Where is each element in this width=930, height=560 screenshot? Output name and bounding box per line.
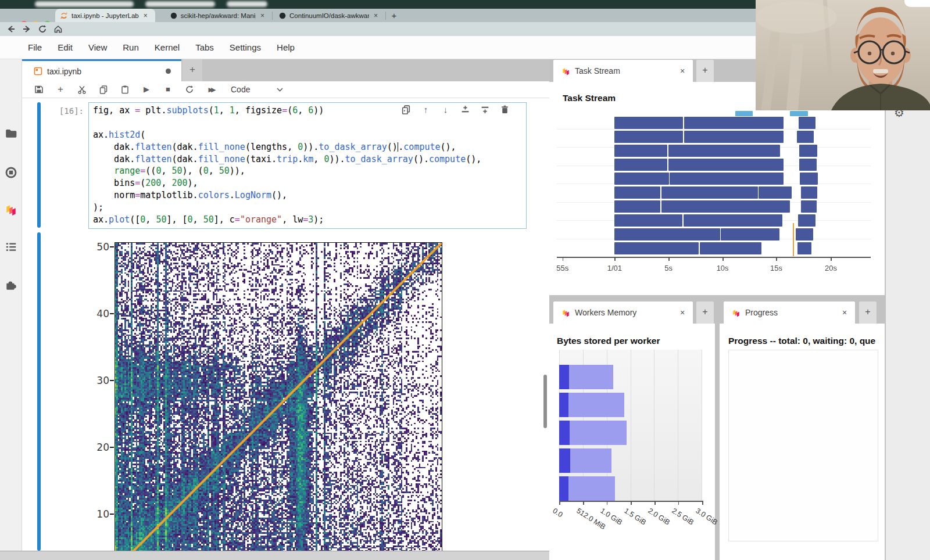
menu-run[interactable]: Run xyxy=(123,42,139,52)
task-bar xyxy=(614,200,660,213)
axis-tick xyxy=(583,501,584,505)
close-icon[interactable]: × xyxy=(842,308,847,317)
cut-icon[interactable] xyxy=(77,85,87,94)
plot-ytick-mark xyxy=(110,447,114,448)
forward-icon[interactable] xyxy=(22,24,31,34)
memory-bar xyxy=(559,393,624,417)
task-stream-marker xyxy=(793,223,794,256)
notebook-tab-taxi[interactable]: taxi.ipynb xyxy=(22,59,181,81)
insert-cell-above-icon[interactable] xyxy=(460,105,470,114)
code-line: bins=(200, 200), xyxy=(93,178,481,190)
task-bar xyxy=(668,145,781,157)
move-cell-down-icon[interactable]: ↓ xyxy=(441,105,450,114)
menu-help[interactable]: Help xyxy=(277,42,295,52)
close-icon[interactable]: × xyxy=(680,308,685,317)
axis-tick xyxy=(831,257,832,261)
hist2d-canvas xyxy=(115,243,442,551)
close-icon[interactable]: × xyxy=(260,12,264,20)
reload-icon[interactable] xyxy=(38,24,47,34)
running-kernels-icon[interactable] xyxy=(5,166,17,179)
cell-toolbar: ↑ ↓ xyxy=(401,105,510,114)
tab-title: scikit-hep/awkward: Manipulat xyxy=(181,12,256,19)
plot-ytick-mark xyxy=(110,313,114,314)
restart-kernel-icon[interactable] xyxy=(185,85,194,94)
cell-type-value: Code xyxy=(231,85,250,94)
notebook-toolbar: + ▶ ■ ▶▶ Code xyxy=(22,81,549,98)
back-icon[interactable] xyxy=(6,24,16,34)
task-bar xyxy=(798,214,815,227)
copy-icon[interactable] xyxy=(99,85,108,94)
blurred-title-text xyxy=(145,1,215,7)
browser-tab-jupyterlab[interactable]: taxi.ipynb - JupyterLab × xyxy=(55,9,155,22)
file-browser-icon[interactable] xyxy=(5,127,17,139)
browser-tab-dask-awkward[interactable]: ContinuumIO/dask-awkward: N × xyxy=(274,9,382,22)
task-bar xyxy=(661,186,758,199)
cell-type-dropdown[interactable]: Code xyxy=(231,85,283,94)
home-icon[interactable] xyxy=(53,24,63,34)
axis-tick xyxy=(668,257,670,261)
task-stream-tab[interactable]: Task Stream × xyxy=(553,60,693,82)
workers-memory-tab[interactable]: Workers Memory × xyxy=(553,301,693,324)
task-bar xyxy=(614,214,682,227)
close-icon[interactable]: × xyxy=(680,66,685,76)
extension-manager-icon[interactable] xyxy=(5,279,17,292)
menu-kernel[interactable]: Kernel xyxy=(155,42,180,52)
task-bar xyxy=(614,117,683,129)
save-icon[interactable] xyxy=(34,85,44,94)
menu-view[interactable]: View xyxy=(88,42,107,52)
close-icon[interactable]: × xyxy=(144,12,148,20)
menu-settings[interactable]: Settings xyxy=(230,42,261,52)
plot-ytick-label: 40 xyxy=(81,308,109,320)
duplicate-cell-icon[interactable] xyxy=(401,105,411,114)
add-panel-button[interactable]: + xyxy=(696,301,714,324)
task-bar xyxy=(799,159,817,171)
right-gutter xyxy=(886,59,930,560)
memory-bar-managed xyxy=(559,393,568,417)
notebook-scrollbar[interactable] xyxy=(543,375,547,428)
fast-forward-icon[interactable]: ▶▶ xyxy=(206,85,216,94)
plot-right-spine xyxy=(442,242,442,551)
new-tab-button[interactable]: + xyxy=(388,10,400,21)
menu-file[interactable]: File xyxy=(28,42,42,52)
table-of-contents-icon[interactable] xyxy=(5,240,17,253)
axis-tick-label: 15s xyxy=(770,264,782,272)
plot-ytick-label: 50 xyxy=(81,241,109,253)
axis-tick xyxy=(776,257,777,261)
browser-tab-awkward[interactable]: scikit-hep/awkward: Manipulat × xyxy=(166,9,269,22)
screen: taxi.ipynb - JupyterLab × scikit-hep/awk… xyxy=(0,0,930,560)
paste-icon[interactable] xyxy=(120,85,130,94)
delete-cell-icon[interactable] xyxy=(500,105,510,114)
memory-bar-managed xyxy=(559,476,568,501)
task-bar xyxy=(614,186,660,199)
close-icon[interactable]: × xyxy=(374,12,378,20)
move-cell-up-icon[interactable]: ↑ xyxy=(421,105,431,114)
task-stream-heading: Task Stream xyxy=(563,93,616,103)
new-notebook-tab-button[interactable]: + xyxy=(183,59,202,81)
insert-cell-below-icon[interactable] xyxy=(480,105,490,114)
plot-ytick-mark xyxy=(110,514,114,515)
output-cell-indicator[interactable] xyxy=(37,232,41,551)
dask-icon xyxy=(732,308,741,317)
task-bar xyxy=(684,214,782,227)
stop-icon[interactable]: ■ xyxy=(163,85,173,94)
plot-ytick-label: 20 xyxy=(81,441,109,453)
workers-memory-chart xyxy=(559,350,702,501)
task-bar xyxy=(800,173,818,185)
menu-edit[interactable]: Edit xyxy=(58,42,73,52)
task-stream-chart xyxy=(557,110,871,257)
task-bar xyxy=(614,145,667,157)
code-cell-content[interactable]: fig, ax = plt.subplots(1, 1, figsize=(6,… xyxy=(93,105,481,227)
menu-tabs[interactable]: Tabs xyxy=(195,42,214,52)
dask-icon[interactable] xyxy=(5,203,17,216)
run-icon[interactable]: ▶ xyxy=(142,85,151,94)
axis-tick xyxy=(607,501,608,505)
add-panel-button[interactable]: + xyxy=(859,301,877,324)
task-bar xyxy=(797,242,812,254)
task-bar xyxy=(670,173,783,185)
active-cell-indicator[interactable] xyxy=(37,102,41,228)
insert-cell-icon[interactable]: + xyxy=(56,85,65,94)
hist2d-plot xyxy=(115,243,442,551)
progress-tab[interactable]: Progress × xyxy=(724,301,855,324)
task-bar xyxy=(801,186,817,199)
add-panel-button[interactable]: + xyxy=(696,60,714,82)
